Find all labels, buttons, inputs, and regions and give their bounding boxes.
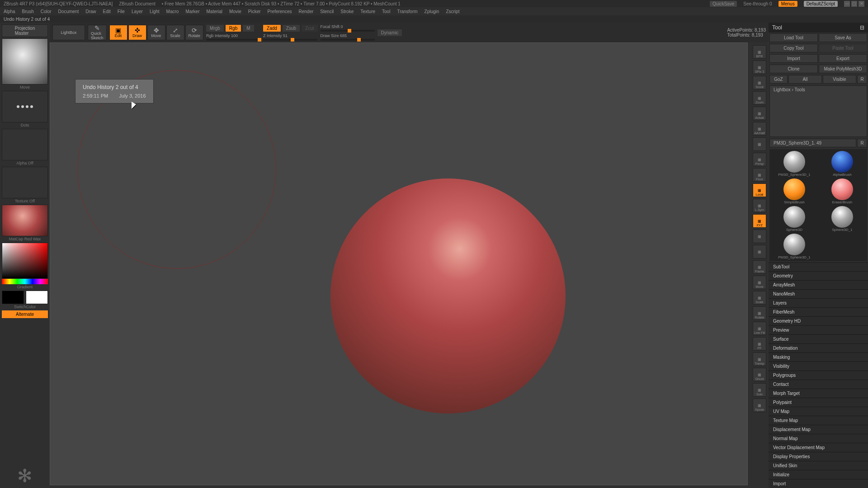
nav-persp-button[interactable]: ▦Persp — [753, 153, 766, 166]
section-display-properties[interactable]: Display Properties — [769, 452, 868, 461]
section-layers[interactable]: Layers — [769, 298, 868, 307]
nav-ghost-button[interactable]: ▦Ghost — [753, 368, 766, 381]
nav-pf-button[interactable]: ▦PF — [753, 337, 766, 351]
nav-spix-3-button[interactable]: ▦SPix 3 — [753, 61, 766, 74]
section-masking[interactable]: Masking — [769, 352, 868, 361]
nav-line-fill-button[interactable]: ▦Line Fill — [753, 322, 766, 335]
nav-blank-button[interactable]: ▦ — [753, 245, 766, 258]
lightbox-button[interactable]: LightBox — [52, 25, 85, 40]
rgb-toggle[interactable]: Rgb — [226, 25, 241, 32]
clone-button[interactable]: Clone — [769, 65, 818, 73]
menu-texture[interactable]: Texture — [360, 9, 375, 14]
zcut-toggle[interactable]: Zcut — [302, 25, 317, 32]
section-surface[interactable]: Surface — [769, 334, 868, 343]
window-min-icon[interactable]: — — [844, 1, 850, 7]
section-arraymesh[interactable]: ArrayMesh — [769, 280, 868, 289]
viewport-canvas[interactable]: Undo History 2 out of 4 2:59:11 PM July … — [50, 42, 748, 485]
section-uv-map[interactable]: UV Map — [769, 407, 868, 416]
nav-solo-button[interactable]: ▦Solo — [753, 383, 766, 397]
m-toggle[interactable]: M — [243, 25, 254, 32]
menu-zplugin[interactable]: Zplugin — [425, 9, 439, 14]
window-max-icon[interactable]: ▢ — [851, 1, 857, 7]
mrgb-toggle[interactable]: Mrgb — [206, 25, 224, 32]
zsub-toggle[interactable]: Zsub — [283, 25, 300, 32]
secondary-color-swatch[interactable] — [2, 291, 24, 304]
panel-collapse-icon[interactable]: ⊟ — [860, 24, 864, 31]
section-displacement-map[interactable]: Displacement Map — [769, 425, 868, 434]
rgb-intensity-slider[interactable]: Rgb Intensity 100 — [206, 33, 260, 41]
section-morph-target[interactable]: Morph Target — [769, 389, 868, 398]
menu-macro[interactable]: Macro — [166, 9, 179, 14]
menu-movie[interactable]: Movie — [229, 9, 241, 14]
nav-transp-button[interactable]: ▦Transp — [753, 352, 766, 366]
menu-light[interactable]: Light — [150, 9, 160, 14]
menu-layer[interactable]: Layer — [132, 9, 143, 14]
nav-bpr-button[interactable]: ▦BPR — [753, 45, 766, 59]
load-tool-button[interactable]: Load Tool — [769, 33, 818, 42]
scale-button[interactable]: ⤢Scale — [166, 25, 184, 40]
menu-tool[interactable]: Tool — [382, 9, 390, 14]
make-polymesh3d-button[interactable]: Make PolyMesh3D — [819, 65, 867, 73]
seethrough-slider[interactable]: See-through 0 — [743, 1, 772, 6]
stroke-thumbnail[interactable] — [2, 91, 48, 122]
menu-edit[interactable]: Edit — [103, 9, 111, 14]
brush-thumbnail[interactable] — [2, 38, 48, 84]
export-button[interactable]: Export — [819, 54, 867, 63]
section-contact[interactable]: Contact — [769, 380, 868, 389]
nav-scroll-button[interactable]: ▦Scroll — [753, 76, 766, 89]
default-zscript[interactable]: DefaultZScript — [804, 1, 838, 7]
move-button[interactable]: ✥Move — [147, 25, 165, 40]
tool-item[interactable]: Sphere3D_1 — [819, 206, 865, 232]
import-button[interactable]: Import — [769, 54, 818, 63]
nav-scale-button[interactable]: ▦Scale — [753, 291, 766, 305]
section-texture-map[interactable]: Texture Map — [769, 416, 868, 425]
material-thumbnail[interactable] — [2, 205, 48, 236]
quicksketch-button[interactable]: ✎Quick Sketch — [88, 25, 107, 40]
nav-move-button[interactable]: ▦Move — [753, 276, 766, 289]
menu-transform[interactable]: Transform — [397, 9, 417, 14]
menu-material[interactable]: Material — [207, 9, 223, 14]
nav-zoom-button[interactable]: ▦Zoom — [753, 91, 766, 105]
menu-picker[interactable]: Picker — [248, 9, 261, 14]
nav-actual-button[interactable]: ▦Actual — [753, 107, 766, 120]
nav-l-sym-button[interactable]: ▦L.Sym — [753, 199, 766, 212]
quicksave-button[interactable]: QuickSave — [710, 1, 737, 7]
goz-r-button[interactable]: R — [857, 75, 867, 84]
edit-button[interactable]: ▣Edit — [109, 25, 127, 40]
nav-rotate-button[interactable]: ▦Rotate — [753, 306, 766, 320]
copy-tool-button[interactable]: Copy Tool — [769, 44, 818, 52]
section-normal-map[interactable]: Normal Map — [769, 434, 868, 443]
menu-brush[interactable]: Brush — [22, 9, 34, 14]
rotate-button[interactable]: ⟳Rotate — [185, 25, 204, 40]
section-geometry-hd[interactable]: Geometry HD — [769, 316, 868, 325]
menu-file[interactable]: File — [118, 9, 125, 14]
nav-xpose-button[interactable]: ▦Xpose — [753, 399, 766, 412]
menu-alpha[interactable]: Alpha — [4, 9, 15, 14]
alpha-thumbnail[interactable] — [2, 129, 48, 160]
section-vector-displacement-map[interactable]: Vector Displacement Map — [769, 443, 868, 452]
tool-item[interactable]: EraserBrush — [819, 178, 865, 204]
window-close-icon[interactable]: ✕ — [859, 1, 864, 7]
nav-blank-button[interactable]: ▦ — [753, 230, 766, 243]
nav-frame-button[interactable]: ▦Frame — [753, 260, 766, 274]
menu-preferences[interactable]: Preferences — [268, 9, 292, 14]
goz-visible-button[interactable]: Visible — [823, 75, 856, 84]
z-intensity-slider[interactable]: Z Intensity 51 — [263, 33, 317, 41]
menu-render[interactable]: Render — [299, 9, 314, 14]
tool-item[interactable]: Sphere3D — [771, 206, 817, 232]
alternate-button[interactable]: Alternate — [2, 310, 48, 318]
paste-tool-button[interactable]: Paste Tool — [819, 44, 867, 52]
section-unified-skin[interactable]: Unified Skin — [769, 461, 868, 470]
menu-stencil[interactable]: Stencil — [320, 9, 334, 14]
tool-item[interactable]: SimpleBrush — [771, 178, 817, 204]
save-as-button[interactable]: Save As — [819, 33, 867, 42]
goz-all-button[interactable]: All — [788, 75, 822, 84]
draw-size-slider[interactable]: Draw Size 685 — [321, 33, 375, 41]
texture-thumbnail[interactable] — [2, 167, 48, 198]
zadd-toggle[interactable]: Zadd — [263, 25, 281, 32]
projection-master-button[interactable]: Projection Master — [2, 24, 48, 37]
menu-marker[interactable]: Marker — [185, 9, 199, 14]
lightbox-tools-button[interactable]: Lightbox › Tools — [769, 85, 867, 137]
section-subtool[interactable]: SubTool — [769, 262, 868, 271]
menus-toggle[interactable]: Menus — [778, 1, 797, 7]
